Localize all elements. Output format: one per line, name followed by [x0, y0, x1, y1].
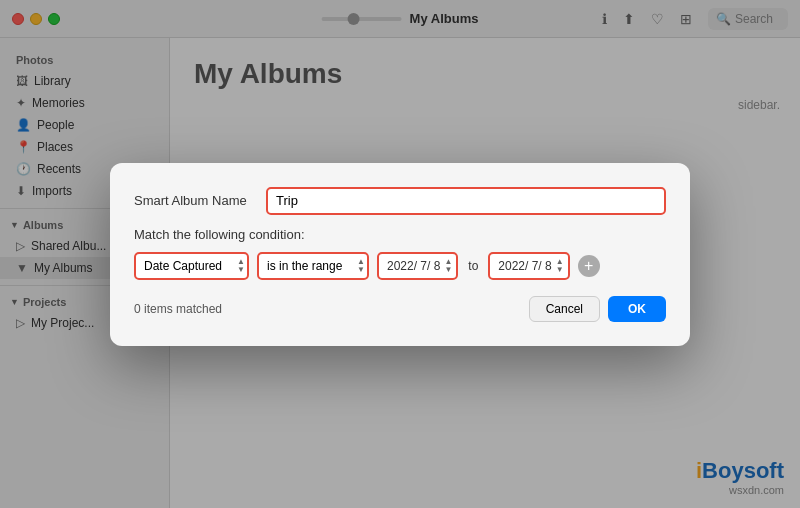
album-name-row: Smart Album Name: [134, 187, 666, 215]
cancel-button[interactable]: Cancel: [529, 296, 600, 322]
date-to-value: 2022/ 7/ 8: [498, 259, 551, 273]
field-select-wrapper: Date Captured ▲ ▼: [134, 252, 249, 280]
dialog-buttons: Cancel OK: [529, 296, 666, 322]
album-name-input[interactable]: [266, 187, 666, 215]
dialog-footer: 0 items matched Cancel OK: [134, 296, 666, 322]
date-to-arrows: ▲ ▼: [556, 258, 564, 274]
add-condition-button[interactable]: +: [578, 255, 600, 277]
items-matched-label: 0 items matched: [134, 302, 222, 316]
date-from-value: 2022/ 7/ 8: [387, 259, 440, 273]
app-window: My Albums ℹ ⬆ ♡ ⊞ 🔍 Search Photos 🖼 Libr…: [0, 0, 800, 508]
smart-album-dialog: Smart Album Name Match the following con…: [110, 163, 690, 346]
operator-select-wrapper: is in the range ▲ ▼: [257, 252, 369, 280]
condition-operator-select[interactable]: is in the range: [257, 252, 369, 280]
condition-section-label: Match the following condition:: [134, 227, 666, 242]
modal-overlay: Smart Album Name Match the following con…: [0, 0, 800, 508]
date-from-wrapper[interactable]: 2022/ 7/ 8 ▲ ▼: [377, 252, 458, 280]
to-label: to: [466, 259, 480, 273]
condition-field-select[interactable]: Date Captured: [134, 252, 249, 280]
date-to-wrapper[interactable]: 2022/ 7/ 8 ▲ ▼: [488, 252, 569, 280]
ok-button[interactable]: OK: [608, 296, 666, 322]
condition-row: Date Captured ▲ ▼ is in the range ▲ ▼: [134, 252, 666, 280]
album-name-label: Smart Album Name: [134, 193, 254, 208]
date-from-arrows: ▲ ▼: [444, 258, 452, 274]
